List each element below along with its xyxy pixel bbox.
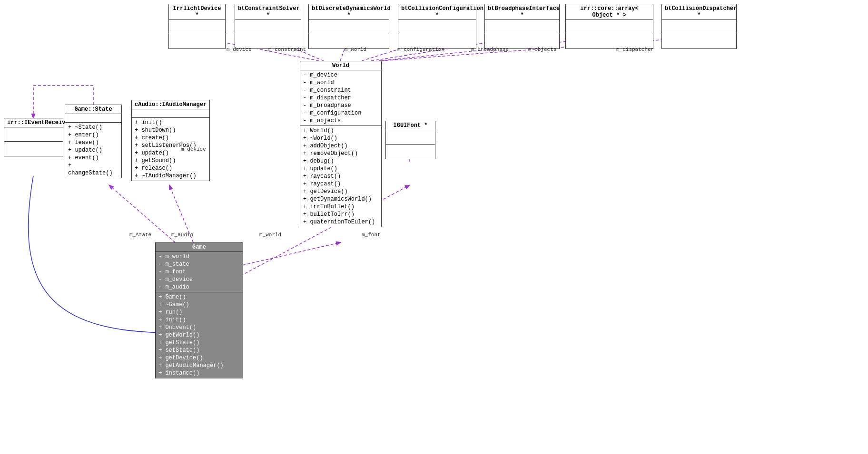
box-btdiscretedynamicsworld-header: btDiscreteDynamicsWorld * — [309, 4, 389, 20]
box-btcollisionconfiguration-attrs — [398, 20, 476, 34]
box-btbroadphaseinterface: btBroadphaseInterface * — [484, 4, 560, 49]
box-game: Game - m_world - m_state - m_font - m_de… — [155, 242, 243, 378]
box-btcollisionconfiguration: btCollisionConfiguration * — [398, 4, 476, 49]
box-btcollisiondispatcher-header: btCollisionDispatcher * — [662, 4, 736, 20]
box-btconstraintsolver: btConstraintSolver * — [235, 4, 301, 49]
box-game-state-header: Game::State — [65, 105, 121, 114]
arrows-svg — [0, 0, 868, 454]
box-world-header: World — [300, 61, 381, 70]
box-btcollisiondispatcher: btCollisionDispatcher * — [661, 4, 737, 49]
box-iguifont-methods — [386, 145, 435, 159]
box-game-state-methods: + ~State() + enter() + leave() + update(… — [65, 123, 121, 178]
box-caudio-iaudiomanager-header: cAudio::IAudioManager — [132, 100, 209, 109]
label-m-font: m_font — [362, 232, 381, 238]
box-irrlicht-device: IrrlichtDevice * — [168, 4, 226, 49]
box-btconstraintsolver-attrs — [235, 20, 301, 34]
box-btcollisionconfiguration-header: btCollisionConfiguration * — [398, 4, 476, 20]
box-btcollisiondispatcher-methods — [662, 34, 736, 48]
label-m-configuration: m_configuration — [397, 47, 444, 52]
box-btbroadphaseinterface-attrs — [485, 20, 559, 34]
box-game-state: Game::State + ~State() + enter() + leave… — [65, 105, 122, 178]
label-m-dispatcher: m_dispatcher — [616, 47, 654, 52]
box-caudio-iaudiomanager: cAudio::IAudioManager + init() + shutDow… — [131, 100, 210, 181]
box-caudio-iaudiomanager-attrs — [132, 109, 209, 118]
box-btconstraintsolver-header: btConstraintSolver * — [235, 4, 301, 20]
box-iguifont-attrs — [386, 130, 435, 145]
box-irrlicht-device-methods — [169, 34, 225, 48]
label-m-broadphase: m_broadphase — [471, 47, 509, 52]
box-world: World - m_device - m_world - m_constrain… — [300, 61, 382, 227]
box-btbroadphaseinterface-header: btBroadphaseInterface * — [485, 4, 559, 20]
box-irr-core-array: irr::core::array< Object * > — [565, 4, 653, 49]
box-irr-core-array-attrs — [566, 20, 653, 34]
box-game-methods: + Game() + ~Game() + run() + init() + On… — [156, 292, 243, 378]
box-btcollisiondispatcher-attrs — [662, 20, 736, 34]
box-btdiscretedynamicsworld-attrs — [309, 20, 389, 34]
box-world-methods: + World() + ~World() + addObject() + rem… — [300, 126, 381, 227]
box-irrlicht-device-attrs — [169, 20, 225, 34]
box-game-header: Game — [156, 243, 243, 252]
box-btdiscretedynamicsworld: btDiscreteDynamicsWorld * — [308, 4, 389, 49]
label-m-constraint: m_constraint — [268, 47, 306, 52]
box-irr-ieventreceiver-attrs — [4, 127, 63, 142]
label-m-world-bot: m_world — [259, 232, 281, 238]
box-irr-ieventreceiver: irr::IEventReceiver — [4, 118, 63, 156]
box-irr-ieventreceiver-methods — [4, 142, 63, 156]
box-irrlicht-device-header: IrrlichtDevice * — [169, 4, 225, 20]
label-m-objects: m_objects — [528, 47, 556, 52]
box-irr-ieventreceiver-header: irr::IEventReceiver — [4, 118, 63, 127]
label-m-device-mid: m_device — [181, 146, 206, 152]
box-game-attrs: - m_world - m_state - m_font - m_device … — [156, 252, 243, 292]
label-m-audio: m_audio — [171, 232, 193, 238]
box-iguifont: IGUIFont * — [385, 121, 435, 159]
label-m-world-top: m_world — [345, 47, 366, 52]
svg-line-8 — [238, 242, 340, 266]
label-m-state: m_state — [129, 232, 151, 238]
box-game-state-attrs — [65, 114, 121, 123]
box-world-attrs: - m_device - m_world - m_constraint - m_… — [300, 70, 381, 126]
box-irr-core-array-header: irr::core::array< Object * > — [566, 4, 653, 20]
diagram-container: IrrlichtDevice * btConstraintSolver * bt… — [0, 0, 868, 454]
label-m-device-top: m_device — [227, 47, 252, 52]
box-iguifont-header: IGUIFont * — [386, 121, 435, 130]
